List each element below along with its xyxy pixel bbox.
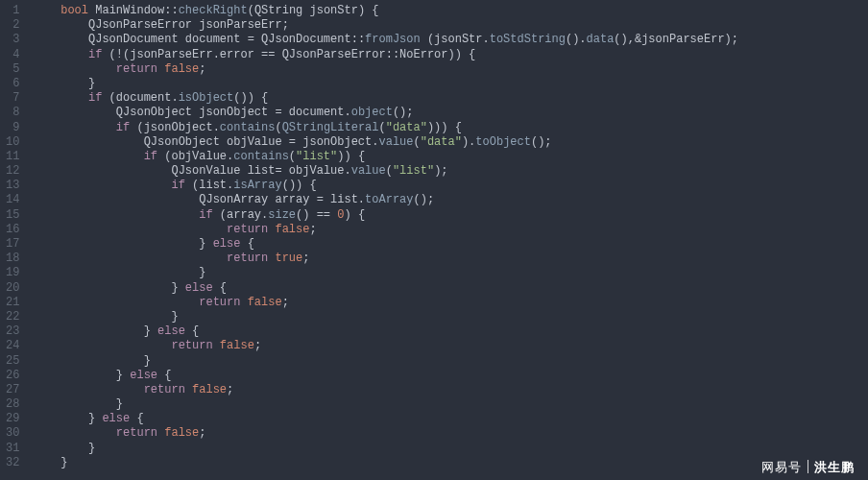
code-line[interactable]: } [33, 397, 868, 412]
code-line[interactable]: } [33, 266, 868, 280]
line-number: 9 [6, 121, 19, 135]
token-op: == [261, 48, 275, 61]
token-kw: return [116, 426, 157, 440]
code-line[interactable]: } else { [33, 281, 868, 296]
line-number: 10 [6, 135, 19, 150]
token-punct: } [199, 266, 205, 279]
token-ident: QString jsonStr [254, 4, 358, 17]
code-line[interactable]: } else { [33, 412, 868, 426]
token-ident: objValue. [282, 164, 351, 178]
token-ident: QJsonParseError [275, 48, 385, 61]
code-line[interactable]: QJsonObject objValue = jsonObject.value(… [33, 135, 868, 150]
line-number: 1 [6, 4, 19, 18]
token-kw: if [116, 121, 130, 134]
code-line[interactable]: if (jsonObject.contains(QStringLiteral("… [33, 121, 868, 135]
token-ident: QJsonArray array [199, 193, 316, 206]
token-kw: else [213, 237, 241, 251]
line-number: 32 [6, 456, 19, 470]
code-line[interactable]: } [33, 456, 868, 470]
code-line[interactable]: if (array.size() == 0) { [33, 208, 868, 223]
code-line[interactable]: QJsonParseError jsonParseErr; [33, 18, 868, 33]
token-punct: ()) { [233, 91, 268, 105]
line-number: 12 [6, 164, 19, 179]
line-number: 22 [6, 310, 19, 324]
code-line[interactable]: return false; [33, 62, 868, 77]
token-punct: { [240, 237, 253, 251]
code-line[interactable]: return false; [33, 339, 868, 353]
code-area[interactable]: bool MainWindow::checkRight(QString json… [29, 0, 868, 480]
token-punct: } [199, 237, 212, 251]
token-punct: ) { [358, 4, 379, 17]
code-line[interactable]: QJsonValue list= objValue.value("list"); [33, 164, 868, 179]
token-kw: return [227, 252, 268, 265]
token-punct: { [130, 412, 143, 425]
token-str: "list" [393, 164, 434, 178]
code-line[interactable]: } [33, 310, 868, 324]
token-punct: } [88, 77, 95, 90]
code-line[interactable]: } else { [33, 324, 868, 339]
token-ident: QJsonValue list [171, 164, 275, 178]
token-kw: return [171, 339, 212, 352]
token-punct: } [60, 456, 67, 469]
token-punct: } [116, 397, 123, 411]
code-line[interactable]: } [33, 442, 868, 456]
token-ident [240, 296, 247, 309]
line-number: 17 [6, 237, 19, 252]
token-func: data [587, 33, 615, 46]
code-line[interactable]: if (objValue.contains("list")) { [33, 150, 868, 164]
token-op: = [275, 164, 281, 178]
code-line[interactable]: } else { [33, 369, 868, 383]
line-number: 15 [6, 208, 19, 223]
token-punct: ; [302, 252, 309, 265]
token-punct: ( [386, 164, 393, 178]
code-line[interactable]: QJsonObject jsonObject = document.object… [33, 106, 868, 120]
line-number: 26 [6, 369, 19, 383]
code-line[interactable]: return true; [33, 252, 868, 266]
token-func: toArray [365, 193, 413, 206]
token-punct: } [171, 281, 184, 295]
token-punct: } [88, 412, 102, 425]
token-punct: } [144, 324, 157, 338]
token-kw: else [185, 281, 213, 295]
token-punct: ; [199, 426, 205, 440]
token-kw: return [199, 296, 240, 309]
code-line[interactable]: return false; [33, 296, 868, 310]
line-number: 11 [6, 150, 19, 164]
code-line[interactable]: QJsonDocument document = QJsonDocument::… [33, 33, 868, 47]
token-kw: else [130, 369, 157, 382]
code-line[interactable]: } else { [33, 237, 868, 252]
token-str: "list" [296, 150, 337, 163]
token-punct: ). [462, 135, 475, 149]
token-func: isObject [179, 91, 234, 105]
code-editor: 1234567891011121314151617181920212223242… [0, 0, 868, 480]
token-bool: false [275, 223, 309, 236]
token-punct: ( [414, 135, 421, 149]
line-number: 2 [6, 18, 19, 33]
code-line[interactable]: if (document.isObject()) { [33, 91, 868, 106]
token-punct: ; [227, 383, 233, 396]
line-number: 23 [6, 324, 19, 339]
token-func: toObject [475, 135, 531, 149]
token-ident: MainWindow [88, 4, 164, 17]
line-number: 29 [6, 412, 19, 426]
code-line[interactable]: return false; [33, 383, 868, 397]
token-punct: )) { [337, 150, 365, 163]
token-punct: ))) { [427, 121, 462, 134]
token-ident: (list. [185, 179, 233, 192]
token-punct: } [88, 442, 95, 455]
line-number: 27 [6, 383, 19, 397]
token-type: bool [60, 4, 88, 17]
code-line[interactable]: if (list.isArray()) { [33, 179, 868, 193]
code-line[interactable]: if (!(jsonParseErr.error == QJsonParseEr… [33, 48, 868, 62]
token-ident: list. [324, 193, 365, 206]
token-func: fromJson [365, 33, 421, 46]
token-func: QStringLiteral [282, 121, 379, 134]
code-line[interactable]: } [33, 354, 868, 369]
code-line[interactable]: bool MainWindow::checkRight(QString json… [33, 4, 868, 18]
code-line[interactable]: QJsonArray array = list.toArray(); [33, 193, 868, 207]
token-kw: return [227, 223, 268, 236]
code-line[interactable]: } [33, 77, 868, 91]
line-number: 31 [6, 442, 19, 456]
code-line[interactable]: return false; [33, 223, 868, 237]
code-line[interactable]: return false; [33, 426, 868, 441]
